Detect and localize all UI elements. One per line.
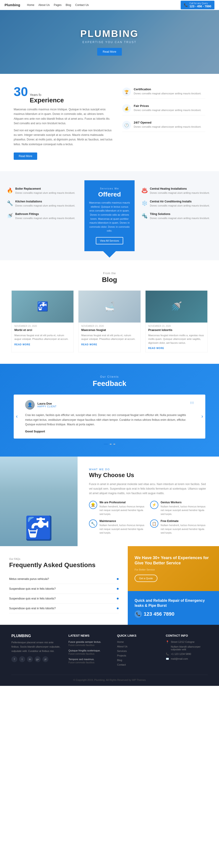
footer-news-3: Tempore sed maximus. Fusce commodo fauci… xyxy=(69,658,110,664)
footer-brand: PLUMBING xyxy=(11,634,62,638)
footer-news-title-1[interactable]: Fusce gravida semper lectus. xyxy=(69,641,110,643)
service-ac: ❄️ Central Air Conditioning Installs Don… xyxy=(141,200,212,208)
feedback-next-button[interactable]: › xyxy=(201,413,203,420)
social-twitter[interactable]: t xyxy=(19,656,25,662)
blog-desc-2: Maecenas feugiat erat sit elit porta et,… xyxy=(79,334,140,343)
blog-read-2[interactable]: READ MORE xyxy=(79,343,140,348)
why-grid: 👷 We are Professional Nullam hendrerit, … xyxy=(89,501,208,535)
footer-social: f t in g+ yt xyxy=(11,656,62,662)
nav-home[interactable]: Home xyxy=(27,3,34,7)
prices-icon: 💰 xyxy=(122,104,131,113)
hero-read-more-button[interactable]: Read More xyxy=(97,48,121,56)
experience-left: 30 Years fo Experience Maecenas convalli… xyxy=(14,85,113,160)
feedback-dots xyxy=(14,442,205,445)
dot-1[interactable] xyxy=(104,444,108,444)
footer-news-date-3: Fusce commodo faucibus xyxy=(69,661,110,664)
footer-news-title-2[interactable]: Quisque fringilla scelerisque. xyxy=(69,649,110,652)
social-youtube[interactable]: yt xyxy=(43,656,48,662)
footer-contact-col: CONTACT INFO 📍 Street 12/12 Cologne 📍 Nu… xyxy=(166,634,208,668)
maintenance-icon: 🔧 xyxy=(89,520,97,528)
footer-link-about[interactable]: About Us xyxy=(117,645,159,648)
opened-icon: 🕐 xyxy=(122,121,131,129)
faq-dot-1 xyxy=(117,578,119,580)
estimate-desc: Nullam hendrerit, luctus rhoncus tempus … xyxy=(161,523,208,535)
blog-read-3[interactable]: READ MORE xyxy=(145,347,208,352)
maintenance-desc: Nullam hendrerit, luctus rhoncus tempus … xyxy=(100,523,146,535)
feedback-prev-button[interactable]: ‹ xyxy=(16,413,18,420)
footer-link-contact[interactable]: Contact xyxy=(117,663,159,666)
nav-blog[interactable]: Blog xyxy=(66,3,71,7)
reviewer-role: HAPPY CLIENT xyxy=(37,405,57,408)
faq-dot-3 xyxy=(117,598,119,599)
faq-q-2: Suspendisse quis erat in felis lobortis? xyxy=(9,587,56,590)
nav-contact[interactable]: Contact Us xyxy=(75,3,89,7)
nav-pages[interactable]: Pages xyxy=(54,3,62,7)
dot-2[interactable] xyxy=(110,444,112,444)
footer-news-title: LATEST NEWS xyxy=(69,634,110,637)
service-tiling: 🔩 Tiling Solutions Donec convallis magna… xyxy=(141,212,212,220)
experience-desc-1: Maecenas convallis maximus mcon tristiqu… xyxy=(14,107,113,126)
workers-desc: Nullam hendrerit, luctus rhoncus tempus … xyxy=(161,505,208,516)
why-maintenance: 🔧 Maintenance Nullam hendrerit, luctus r… xyxy=(89,520,146,535)
faq-yellow-sub: For Better Service xyxy=(135,568,212,571)
bathroom-title: Bathroom Fittings xyxy=(15,212,75,216)
faq-item-2[interactable]: Suspendisse quis erat in felis lobortis? xyxy=(9,584,119,594)
footer-news-2: Quisque fringilla scelerisque. Fusce com… xyxy=(69,649,110,655)
faq-blue-banner: Quick and Reliable Repair of Emergency l… xyxy=(128,591,219,625)
blog-read-1[interactable]: READ MORE xyxy=(11,343,74,348)
experience-features: 🏆 Certification Donec convallis magnat u… xyxy=(122,85,205,160)
blog-img-2: 🛁 xyxy=(79,290,140,322)
faq-yellow-button[interactable]: Get a Quote xyxy=(135,575,157,582)
social-gplus[interactable]: g+ xyxy=(35,656,40,662)
faq-q-4: Suspendisse quis erat in felis lobortis? xyxy=(9,607,56,610)
why-desc: Fusce in amet in amet placerat molestie … xyxy=(89,482,208,496)
social-linkedin[interactable]: in xyxy=(27,656,33,662)
faq-yellow-banner: We Have 30+ Years of Experiences for Giv… xyxy=(128,546,219,591)
services-inner: 🔥 Boiler Replacement Donec convallis mag… xyxy=(0,180,219,251)
experience-read-more-button[interactable]: Read More xyxy=(14,153,37,160)
nav-cta[interactable]: 📞 Call for any Query 123 - 456 - 7890 xyxy=(181,1,214,9)
opened-title: 24/7 Opened xyxy=(134,121,201,124)
feedback-section: Our Clients Feedback ‹ › " 👤 Laura Doe H… xyxy=(0,364,219,456)
footer-link-projects[interactable]: Projects xyxy=(117,654,159,657)
why-content: What we do Why Choose Us Fusce in amet i… xyxy=(78,457,219,546)
services-center-pre: Services We xyxy=(89,187,130,190)
footer-link-services[interactable]: Services xyxy=(117,650,159,652)
service-bathroom: 🚿 Bathroom Fittings Donec convallis magn… xyxy=(7,212,78,220)
kitchen-icon: 🔧 xyxy=(7,200,13,206)
nav-brand: Plumbing xyxy=(5,3,20,7)
footer-news-date-1: Fusce commodo faucibus xyxy=(69,644,110,646)
dot-3[interactable] xyxy=(113,444,115,444)
maintenance-title: Maintenance xyxy=(100,520,146,523)
faq-item-3[interactable]: Suspendisse quis erat in felis lobortis? xyxy=(9,594,119,603)
repair-phone-number: 123 456 7890 xyxy=(144,611,174,617)
why-section: 🚰 What we do Why Choose Us Fusce in amet… xyxy=(0,457,219,546)
faq-q-1: Metus venenatis purus vehicula? xyxy=(9,578,49,581)
reviewer: 👤 Laura Doe HAPPY CLIENT xyxy=(25,400,194,410)
boiler-desc: Donec convallis magnat ulum antling maur… xyxy=(15,191,75,195)
nav-cta-label: Call for any Query xyxy=(190,2,211,5)
nav-about[interactable]: About Us xyxy=(38,3,50,7)
feature-prices: 💰 Fair Prices Donec convallis magnat ull… xyxy=(122,102,205,115)
view-all-services-button[interactable]: View All Services xyxy=(96,237,123,244)
ac-icon: ❄️ xyxy=(141,200,147,206)
blog-title-3: Praesent lobortis xyxy=(145,328,208,334)
service-kitchen: 🔧 Kitchen Installations Donec convallis … xyxy=(7,200,78,208)
faq-title: Frequently Asked Questions xyxy=(9,561,119,569)
faq-item-1[interactable]: Metus venenatis purus vehicula? xyxy=(9,574,119,584)
faq-item-4[interactable]: Suspendisse quis erat in felis lobortis? xyxy=(9,603,119,613)
footer-links-title: QUICK LINKS xyxy=(117,634,159,637)
footer-news-title-3[interactable]: Tempore sed maximus. xyxy=(69,658,110,660)
feedback-text: Cras leo sapien, facilisis quis efficitu… xyxy=(25,413,194,427)
workers-title: Genius Workers xyxy=(161,501,208,504)
faq-right: We Have 30+ Years of Experiences for Giv… xyxy=(128,546,219,625)
social-facebook[interactable]: f xyxy=(11,656,17,662)
why-professional: 👷 We are Professional Nullam hendrerit, … xyxy=(89,501,146,516)
blog-img-1: 🚰 xyxy=(11,290,74,322)
blog-card-3: 🚿 NOVEMBER 23, 2020 Praesent lobortis Ma… xyxy=(145,290,208,352)
estimate-title: Free Estimate xyxy=(161,520,208,523)
footer-link-blog[interactable]: Blog xyxy=(117,659,159,661)
map-icon: 📍 xyxy=(166,641,169,644)
footer-link-home[interactable]: Home xyxy=(117,641,159,643)
certification-title: Certification xyxy=(134,88,201,91)
